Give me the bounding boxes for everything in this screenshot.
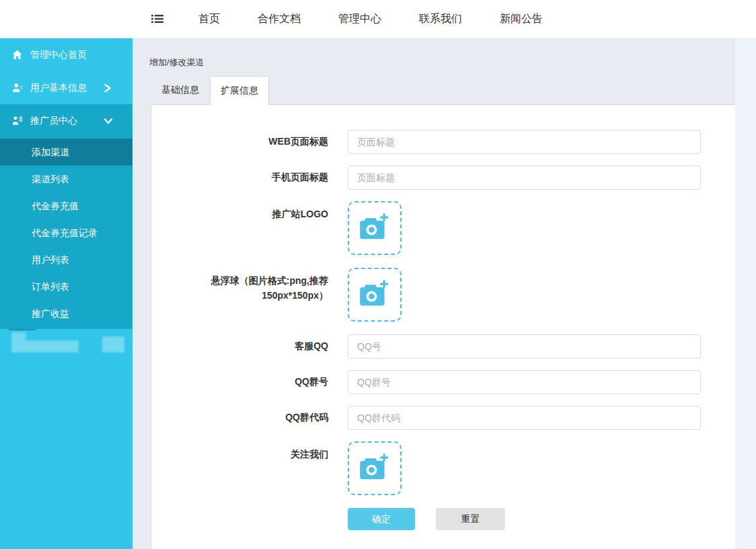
menu-list-button[interactable] — [151, 14, 163, 24]
sidebar-subitem-add-channel[interactable]: 添加渠道 — [0, 139, 133, 166]
redacted-text — [11, 340, 79, 353]
upload-follow-us[interactable] — [348, 441, 402, 495]
top-nav: 首页合作文档管理中心联系我们新闻公告 — [198, 12, 543, 26]
nav-item-news[interactable]: 新闻公告 — [500, 12, 543, 26]
tab-extended-info[interactable]: 扩展信息 — [210, 76, 269, 105]
nav-item-admin-center[interactable]: 管理中心 — [338, 12, 381, 26]
redacted-text — [11, 332, 26, 340]
form-row-float-ball: 悬浮球（图片格式:png,推荐 150px*150px） — [151, 268, 735, 322]
sidebar-item-label: 管理中心首页 — [30, 49, 122, 61]
sidebar-item-admin-home[interactable]: 管理中心首页 — [0, 38, 133, 71]
sidebar-submenu: 添加渠道渠道列表代金券充值代金券充值记录用户列表订单列表推广收益 — [0, 137, 133, 329]
breadcrumb: 增加/修改渠道 — [149, 57, 204, 69]
camera-plus-icon — [359, 453, 390, 483]
user-icon — [12, 83, 26, 93]
field-label-mobile-page-title: 手机页面标题 — [151, 170, 328, 185]
redacted-text — [102, 336, 124, 353]
list-icon — [151, 15, 163, 26]
sidebar-menu: 管理中心首页用户基本信息推广员中心添加渠道渠道列表代金券充值代金券充值记录用户列… — [0, 38, 133, 329]
reset-button[interactable]: 重置 — [436, 508, 505, 530]
redacted-text — [9, 329, 36, 330]
form-row-mobile-page-title: 手机页面标题 — [151, 166, 735, 190]
upload-promo-site-logo[interactable] — [348, 201, 402, 255]
sidebar-item-label: 用户基本信息 — [30, 82, 104, 94]
input-qq-group-number[interactable] — [348, 370, 701, 394]
nav-item-home[interactable]: 首页 — [198, 12, 220, 26]
confirm-button[interactable]: 确定 — [348, 508, 415, 530]
field-label-web-page-title: WEB页面标题 — [151, 135, 328, 149]
sidebar-subitem-voucher-recharge-records[interactable]: 代金券充值记录 — [0, 219, 133, 246]
sidebar-item-promoter-center[interactable]: 推广员中心 — [0, 104, 133, 137]
field-label-qq-group-code: QQ群代码 — [151, 410, 328, 425]
chevron-right-icon — [104, 83, 117, 93]
field-label-qq-group-number: QQ群号 — [151, 375, 328, 390]
home-icon — [12, 50, 26, 60]
nav-item-cooperation-docs[interactable]: 合作文档 — [258, 12, 301, 26]
form-panel: WEB页面标题手机页面标题推广站LOGO悬浮球（图片格式:png,推荐 150p… — [151, 104, 735, 549]
input-qq-group-code[interactable] — [348, 406, 701, 430]
nav-item-contact-us[interactable]: 联系我们 — [419, 12, 462, 26]
sidebar-subitem-promotion-earnings[interactable]: 推广收益 — [0, 300, 133, 327]
sidebar-subitem-channel-list[interactable]: 渠道列表 — [0, 166, 133, 192]
camera-plus-icon — [359, 280, 390, 309]
form-row-qq-group-code: QQ群代码 — [151, 406, 735, 430]
field-label-promo-site-logo: 推广站LOGO — [151, 201, 328, 222]
form-row-promo-site-logo: 推广站LOGO — [151, 201, 735, 255]
promoter-icon — [12, 116, 26, 126]
sidebar-subitem-order-list[interactable]: 订单列表 — [0, 273, 133, 300]
form-actions: 确定 重置 — [348, 508, 735, 530]
tab-bar: 基础信息扩展信息 — [151, 76, 269, 105]
input-web-page-title[interactable] — [348, 130, 701, 154]
form-row-service-qq: 客服QQ — [151, 334, 735, 359]
field-label-float-ball: 悬浮球（图片格式:png,推荐 150px*150px） — [151, 268, 328, 303]
form-row-follow-us: 关注我们 — [151, 441, 735, 495]
tab-basic-info[interactable]: 基础信息 — [151, 76, 210, 104]
form-body: WEB页面标题手机页面标题推广站LOGO悬浮球（图片格式:png,推荐 150p… — [151, 130, 735, 495]
upload-float-ball[interactable] — [348, 268, 402, 322]
camera-plus-icon — [359, 213, 390, 243]
form-row-qq-group-number: QQ群号 — [151, 370, 735, 394]
input-service-qq[interactable] — [348, 334, 701, 359]
sidebar-item-user-basic-info[interactable]: 用户基本信息 — [0, 71, 133, 104]
input-mobile-page-title[interactable] — [348, 166, 701, 190]
sidebar-subitem-voucher-recharge[interactable]: 代金券充值 — [0, 192, 133, 219]
sidebar-item-label: 推广员中心 — [30, 115, 104, 127]
sidebar: 管理中心首页用户基本信息推广员中心添加渠道渠道列表代金券充值代金券充值记录用户列… — [0, 38, 133, 549]
field-label-service-qq: 客服QQ — [151, 339, 328, 354]
field-label-follow-us: 关注我们 — [151, 441, 328, 462]
top-header: 首页合作文档管理中心联系我们新闻公告 — [0, 0, 756, 38]
chevron-down-icon — [104, 117, 117, 125]
main-area: 增加/修改渠道 基础信息扩展信息 WEB页面标题手机页面标题推广站LOGO悬浮球… — [133, 38, 756, 549]
form-row-web-page-title: WEB页面标题 — [151, 130, 735, 154]
sidebar-subitem-user-list[interactable]: 用户列表 — [0, 246, 133, 273]
